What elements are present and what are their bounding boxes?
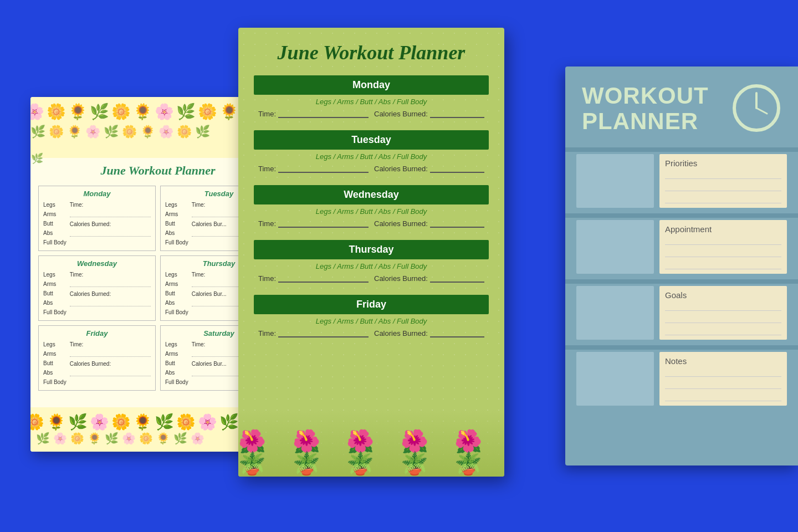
day-wednesday-header: Wednesday <box>43 259 151 268</box>
time-label-wednesday: Time: <box>258 219 276 228</box>
appointment-line-3 <box>665 260 781 269</box>
calories-field-wednesday: Calories Burned: <box>374 219 484 228</box>
time-field-thursday: Time: <box>258 274 369 283</box>
center-wednesday-section: Wednesday Legs / Arms / Butt / Abs / Ful… <box>254 185 489 232</box>
notes-line-2 <box>665 380 781 389</box>
priorities-right-box: Priorities <box>659 154 787 208</box>
calories-label-friday: Calories Burned: <box>374 329 428 337</box>
center-monday-sub: Legs / Arms / Butt / Abs / Full Body <box>254 95 489 107</box>
day-thursday-items: LegsArmsButtAbsFull Body <box>165 270 188 317</box>
right-card: WORKOUT PLANNER Priorities Appointment <box>565 66 798 466</box>
notes-left-box <box>576 352 654 406</box>
clock-icon <box>732 83 781 133</box>
calories-field-friday: Calories Burned: <box>374 329 484 337</box>
notes-line-1 <box>665 368 781 377</box>
center-friday-sub: Legs / Arms / Butt / Abs / Full Body <box>254 314 489 326</box>
separator-bar-2 <box>565 213 798 218</box>
appointment-line-1 <box>665 236 781 245</box>
day-friday-content: LegsArmsButtAbsFull Body Time: Calories … <box>43 340 151 387</box>
day-wednesday-items: LegsArmsButtAbsFull Body <box>43 270 66 317</box>
day-friday-items: LegsArmsButtAbsFull Body <box>43 340 66 387</box>
right-card-header: WORKOUT PLANNER <box>565 66 798 145</box>
notes-label: Notes <box>665 356 781 366</box>
goals-lines <box>665 302 781 335</box>
day-tuesday-items: LegsArmsButtAbsFull Body <box>165 200 188 247</box>
day-friday-fields: Time: Calories Burned: <box>70 340 151 387</box>
day-friday-left: Friday LegsArmsButtAbsFull Body Time: Ca… <box>38 325 156 391</box>
time-label-friday: Time: <box>258 329 276 337</box>
center-friday-fields: Time: Calories Burned: <box>254 326 489 342</box>
vine-decoration: 🌿 <box>30 152 43 165</box>
appointment-lines <box>665 236 781 269</box>
calories-label-monday: Calories Burned: <box>374 110 428 118</box>
flower-pot-5: 🌺🪴 <box>454 430 504 474</box>
separator-bar-1 <box>565 147 798 152</box>
center-thursday-bar: Thursday <box>254 240 489 259</box>
notes-line-3 <box>665 392 781 401</box>
calories-label-tuesday: Calories Burned: <box>374 165 428 173</box>
separator-bar-4 <box>565 345 798 350</box>
svg-line-2 <box>756 108 767 114</box>
priorities-section: Priorities <box>565 154 798 208</box>
notes-right-box: Notes <box>659 352 787 406</box>
center-tuesday-bar: Tuesday <box>254 130 489 150</box>
flower-pot-1: 🌺🪴 <box>238 430 288 474</box>
day-wednesday-left: Wednesday LegsArmsButtAbsFull Body Time:… <box>38 255 156 321</box>
center-tuesday-section: Tuesday Legs / Arms / Butt / Abs / Full … <box>254 130 489 177</box>
goals-section: Goals <box>565 286 798 340</box>
center-monday-section: Monday Legs / Arms / Butt / Abs / Full B… <box>254 75 489 122</box>
calories-field-thursday: Calories Burned: <box>374 274 484 283</box>
day-saturday-items: LegsArmsButtAbsFull Body <box>165 340 188 387</box>
day-wednesday-content: LegsArmsButtAbsFull Body Time: Calories … <box>43 270 151 317</box>
center-thursday-fields: Time: Calories Burned: <box>254 272 489 287</box>
time-label-monday: Time: <box>258 110 276 118</box>
center-card-title: June Workout Planner <box>254 41 489 64</box>
time-field-monday: Time: <box>258 109 369 118</box>
time-underline-friday <box>278 329 369 337</box>
calories-underline-monday <box>430 109 484 118</box>
center-wednesday-sub: Legs / Arms / Butt / Abs / Full Body <box>254 204 489 217</box>
goals-left-box <box>576 286 654 340</box>
time-label-thursday: Time: <box>258 274 276 283</box>
center-wednesday-fields: Time: Calories Burned: <box>254 217 489 232</box>
time-underline-wednesday <box>278 219 369 228</box>
goals-line-1 <box>665 302 781 311</box>
day-friday-header: Friday <box>43 329 151 337</box>
calories-underline-tuesday <box>430 164 484 173</box>
center-card-inner: June Workout Planner Monday Legs / Arms … <box>238 28 504 363</box>
calories-label-wednesday: Calories Burned: <box>374 219 428 228</box>
notes-section: Notes <box>565 352 798 406</box>
time-label-tuesday: Time: <box>258 165 276 173</box>
goals-right-box: Goals <box>659 286 787 340</box>
separator-bar-3 <box>565 279 798 284</box>
time-field-tuesday: Time: <box>258 164 369 173</box>
flower-pot-4: 🌺🪴 <box>401 430 451 474</box>
right-card-title: WORKOUT PLANNER <box>582 83 709 134</box>
center-friday-bar: Friday <box>254 295 489 314</box>
center-tuesday-sub: Legs / Arms / Butt / Abs / Full Body <box>254 150 489 162</box>
center-tuesday-fields: Time: Calories Burned: <box>254 162 489 177</box>
goals-label: Goals <box>665 290 781 300</box>
priorities-label: Priorities <box>665 158 781 168</box>
center-monday-bar: Monday <box>254 75 489 95</box>
calories-underline-wednesday <box>430 219 484 228</box>
center-card: June Workout Planner Monday Legs / Arms … <box>238 28 504 477</box>
appointment-right-box: Appointment <box>659 220 787 274</box>
day-monday-fields: Time: Calories Burned: <box>70 200 151 247</box>
priority-line-3 <box>665 195 781 203</box>
day-monday-left: Monday LegsArmsButtAbsFull Body Time: Ca… <box>38 186 156 251</box>
center-friday-section: Friday Legs / Arms / Butt / Abs / Full B… <box>254 295 489 342</box>
appointment-left-box <box>576 220 654 274</box>
flower-pot-3: 🌺🪴 <box>346 430 396 474</box>
day-wednesday-fields: Time: Calories Burned: <box>70 270 151 317</box>
appointment-label: Appointment <box>665 224 781 234</box>
flower-pot-2: 🌺🪴 <box>293 430 342 474</box>
calories-underline-thursday <box>430 274 484 283</box>
time-underline-thursday <box>278 274 369 283</box>
priorities-lines <box>665 170 781 203</box>
goals-line-2 <box>665 314 781 323</box>
center-thursday-section: Thursday Legs / Arms / Butt / Abs / Full… <box>254 240 489 287</box>
goals-line-3 <box>665 326 781 335</box>
time-underline-monday <box>278 109 369 118</box>
day-monday-content: LegsArmsButtAbsFull Body Time: Calories … <box>43 200 151 247</box>
